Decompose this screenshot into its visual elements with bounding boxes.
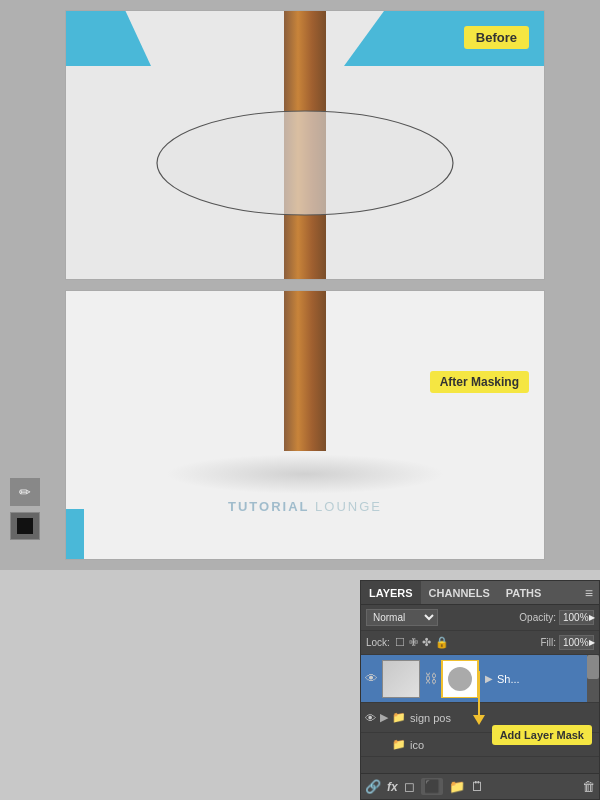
link-icon[interactable]: 🔗 bbox=[365, 779, 381, 794]
arrow-annotation bbox=[473, 671, 485, 725]
lock-transparent-icon[interactable]: ☐ bbox=[395, 636, 405, 649]
layer-name-0: Sh... bbox=[497, 673, 595, 685]
foreground-bg-icon bbox=[17, 518, 33, 534]
new-layer-icon[interactable]: 🗒 bbox=[471, 779, 484, 794]
opacity-value[interactable]: 100% ▶ bbox=[559, 610, 594, 625]
tool-panel: ✏ bbox=[10, 478, 40, 540]
layer-folder-icon-2: 📁 bbox=[392, 738, 406, 751]
lock-fill-row: Lock: ☐ ✙ ✤ 🔒 Fill: 100% ▶ bbox=[361, 631, 599, 655]
arrow-head bbox=[473, 715, 485, 725]
arrow-line bbox=[478, 671, 480, 715]
layer-mask-link-icon: ⛓ bbox=[424, 671, 437, 686]
fill-arrow-icon: ▶ bbox=[589, 638, 595, 647]
blend-mode-select[interactable]: Normal bbox=[366, 609, 438, 626]
layer-name-2: ico bbox=[410, 739, 424, 751]
shadow-after bbox=[165, 454, 445, 494]
layer-scrollbar[interactable] bbox=[587, 655, 599, 702]
lock-icons-group: ☐ ✙ ✤ 🔒 bbox=[395, 636, 449, 649]
before-label: Before bbox=[464, 26, 529, 49]
delete-layer-icon[interactable]: 🗑 bbox=[582, 779, 595, 794]
lock-all-icon[interactable]: 🔒 bbox=[435, 636, 449, 649]
layer-visibility-icon-0[interactable]: 👁 bbox=[365, 671, 378, 686]
blue-shape-top-left bbox=[66, 11, 151, 66]
wood-post-after bbox=[284, 291, 326, 451]
tab-channels[interactable]: CHANNELS bbox=[421, 581, 498, 604]
after-label: After Masking bbox=[430, 371, 529, 393]
lock-position-icon[interactable]: ✤ bbox=[422, 636, 431, 649]
brush-tool[interactable]: ✏ bbox=[10, 478, 40, 506]
fill-label: Fill: bbox=[540, 637, 556, 648]
blend-opacity-row: Normal Opacity: 100% ▶ bbox=[361, 605, 599, 631]
fx-icon[interactable]: fx bbox=[387, 780, 398, 794]
layer-type-icon-1: ▶ bbox=[380, 711, 388, 724]
add-layer-mask-label: Add Layer Mask bbox=[492, 725, 592, 745]
tutorial-lounge: LOUNGE bbox=[315, 499, 382, 514]
lock-label: Lock: bbox=[366, 637, 390, 648]
fill-value[interactable]: 100% ▶ bbox=[559, 635, 594, 650]
panel-menu-icon[interactable]: ≡ bbox=[585, 585, 599, 601]
ellipse-container bbox=[150, 106, 460, 221]
svg-point-0 bbox=[157, 111, 453, 215]
opacity-label: Opacity: bbox=[519, 612, 556, 623]
layer-folder-icon-1: 📁 bbox=[392, 711, 406, 724]
canvas-area: Before TUTORIAL LOUNGE After Masking ✏ bbox=[0, 0, 600, 570]
add-layer-mask-button[interactable]: ⬛ bbox=[421, 778, 443, 795]
after-panel: TUTORIAL LOUNGE After Masking bbox=[65, 290, 545, 560]
layer-name-extend-icon: ▶ bbox=[485, 673, 493, 684]
opacity-arrow-icon: ▶ bbox=[589, 613, 595, 622]
tutorial-watermark: TUTORIAL LOUNGE bbox=[228, 499, 382, 514]
adjustment-icon[interactable]: ◻ bbox=[404, 779, 415, 794]
layer-thumbnail-0 bbox=[382, 660, 420, 698]
tab-layers[interactable]: LAYERS bbox=[361, 581, 421, 604]
layers-toolbar: 🔗 fx ◻ ⬛ 📁 🗒 🗑 bbox=[361, 773, 599, 799]
tutorial-bold: TUTORIAL bbox=[228, 499, 309, 514]
layer-visibility-icon-1[interactable]: 👁 bbox=[365, 712, 376, 724]
brush-icon: ✏ bbox=[19, 484, 31, 500]
layer-name-area-0: Sh... bbox=[497, 673, 595, 685]
new-group-icon[interactable]: 📁 bbox=[449, 779, 465, 794]
layers-tabs-bar: LAYERS CHANNELS PATHS ≡ bbox=[361, 581, 599, 605]
tab-paths[interactable]: PATHS bbox=[498, 581, 550, 604]
layer-scrollbar-thumb[interactable] bbox=[587, 655, 599, 679]
foreground-bg-tool[interactable] bbox=[10, 512, 40, 540]
before-panel: Before bbox=[65, 10, 545, 280]
layer-name-1: sign pos bbox=[410, 712, 451, 724]
lock-image-icon[interactable]: ✙ bbox=[409, 636, 418, 649]
blue-shape-bottom-left bbox=[66, 509, 84, 559]
